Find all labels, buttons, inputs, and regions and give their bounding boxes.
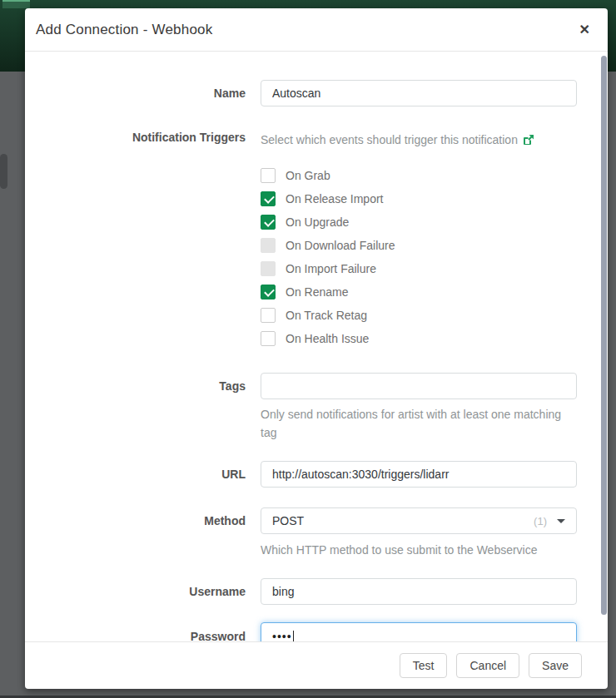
username-row: Username [25, 578, 608, 605]
username-label: Username [25, 585, 246, 598]
url-input[interactable] [261, 461, 577, 488]
checkbox-icon[interactable] [261, 285, 276, 299]
password-label: Password [25, 630, 246, 641]
tags-helper-text: Only send notifications for artist with … [261, 405, 577, 442]
trigger-option-label: On Download Failure [286, 239, 395, 252]
trigger-option-label: On Rename [286, 285, 348, 299]
method-select[interactable]: POST (1) [261, 507, 577, 534]
password-masked-value: •••• [272, 630, 292, 641]
text-cursor [293, 631, 294, 642]
trigger-option[interactable]: On Grab [261, 168, 577, 183]
close-icon[interactable]: ✕ [579, 23, 590, 37]
trigger-option-label: On Upgrade [286, 215, 349, 229]
trigger-option[interactable]: On Import Failure [261, 261, 577, 276]
name-row: Name [25, 80, 608, 106]
trigger-option-label: On Grab [286, 169, 330, 182]
url-label: URL [25, 468, 246, 481]
test-button[interactable]: Test [400, 653, 448, 678]
trigger-option-label: On Health Issue [286, 332, 369, 345]
checkbox-icon[interactable] [261, 261, 276, 276]
checkbox-icon[interactable] [261, 191, 276, 206]
triggers-label: Notification Triggers [25, 129, 246, 144]
triggers-row: Notification Triggers Select which event… [25, 129, 608, 354]
password-input[interactable]: •••• [261, 622, 577, 641]
trigger-option[interactable]: On Rename [261, 285, 577, 299]
trigger-option-label: On Track Retag [286, 309, 367, 322]
cancel-button[interactable]: Cancel [456, 653, 519, 678]
url-row: URL [25, 461, 608, 488]
trigger-option-label: On Import Failure [286, 262, 376, 275]
trigger-option[interactable]: On Track Retag [261, 308, 577, 323]
trigger-option[interactable]: On Release Import [261, 191, 577, 206]
modal-title: Add Connection - Webhook [36, 22, 212, 38]
external-link-icon[interactable] [523, 134, 534, 146]
dimmed-app-logo [2, 0, 30, 8]
method-helper-text: Which HTTP method to use submit to the W… [261, 541, 577, 559]
checkbox-icon[interactable] [261, 331, 276, 346]
modal-header: Add Connection - Webhook ✕ [25, 8, 608, 52]
chevron-down-icon [557, 519, 565, 523]
method-count-badge: (1) [534, 515, 547, 527]
method-row: Method POST (1) [25, 507, 608, 534]
trigger-options: On Grab On Release Import On Upgrade On … [261, 168, 577, 346]
username-input[interactable] [261, 578, 577, 605]
tags-input[interactable] [261, 373, 577, 399]
method-selected-value: POST [272, 514, 534, 527]
trigger-option[interactable]: On Download Failure [261, 238, 577, 253]
password-row: Password •••• [25, 622, 608, 641]
dimmed-background-scrollbar [0, 154, 7, 189]
save-button[interactable]: Save [529, 653, 582, 678]
tags-helper-row: Only send notifications for artist with … [25, 405, 608, 442]
trigger-option[interactable]: On Upgrade [261, 215, 577, 230]
modal-footer: Test Cancel Save [25, 641, 608, 689]
checkbox-icon[interactable] [261, 215, 276, 230]
checkbox-icon[interactable] [261, 308, 276, 323]
checkbox-icon[interactable] [261, 238, 276, 253]
modal-scrollbar-thumb[interactable] [601, 56, 607, 615]
modal-body: Name Notification Triggers Select which … [25, 52, 608, 641]
triggers-helper-text: Select which events should trigger this … [261, 131, 518, 149]
tags-row: Tags [25, 373, 608, 399]
trigger-option[interactable]: On Health Issue [261, 331, 577, 346]
add-connection-webhook-modal: Add Connection - Webhook ✕ Name Notifica… [25, 8, 608, 689]
name-label: Name [25, 87, 246, 100]
name-input[interactable] [261, 80, 577, 106]
tags-label: Tags [25, 379, 246, 393]
trigger-option-label: On Release Import [286, 192, 384, 205]
method-helper-row: Which HTTP method to use submit to the W… [25, 541, 608, 559]
method-label: Method [25, 514, 246, 527]
checkbox-icon[interactable] [261, 168, 276, 183]
